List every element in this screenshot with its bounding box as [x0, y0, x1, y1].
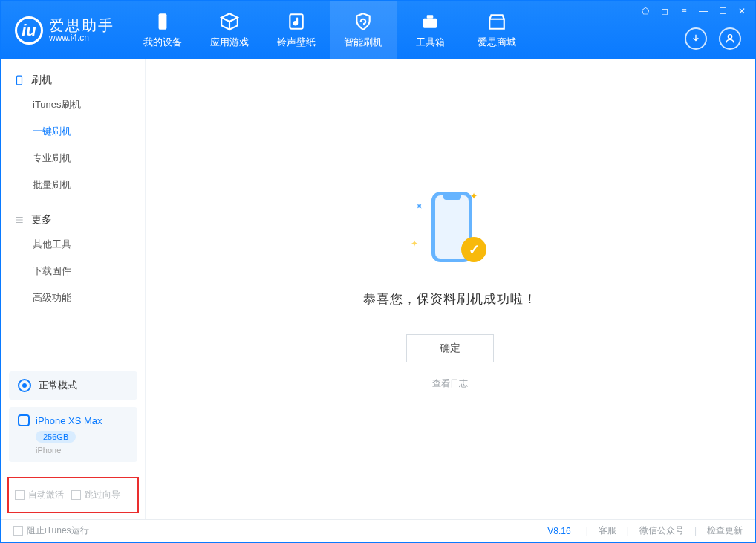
- footer-link-support[interactable]: 客服: [599, 524, 616, 537]
- svg-point-2: [294, 22, 297, 25]
- nav-store[interactable]: 爱思商城: [463, 1, 530, 59]
- body: 刷机 iTunes刷机 一键刷机 专业刷机 批量刷机 更多 其他工具 下载固件 …: [1, 59, 755, 519]
- maximize-button[interactable]: ☐: [717, 6, 728, 16]
- list-icon: [13, 214, 25, 226]
- device-card[interactable]: iPhone XS Max 256GB iPhone: [9, 407, 137, 462]
- sidebar-group-more: 更多 其他工具 下载固件 高级功能: [1, 198, 145, 311]
- nav-my-device[interactable]: 我的设备: [129, 1, 196, 59]
- mode-card[interactable]: 正常模式: [9, 371, 137, 400]
- phone-icon: [153, 12, 172, 31]
- app-window: iu 爱思助手 www.i4.cn 我的设备 应用游戏 铃声壁纸 智能刷机: [0, 0, 756, 543]
- mode-indicator-icon: [18, 379, 31, 392]
- download-icon: [690, 33, 702, 45]
- svg-rect-6: [17, 76, 22, 85]
- nav-ringtones-wallpapers[interactable]: 铃声壁纸: [263, 1, 330, 59]
- sparkle-icon: ✦: [413, 201, 426, 213]
- ok-button[interactable]: 确定: [406, 334, 494, 362]
- skin-icon[interactable]: ◻: [659, 6, 670, 16]
- sidebar: 刷机 iTunes刷机 一键刷机 专业刷机 批量刷机 更多 其他工具 下载固件 …: [1, 59, 146, 519]
- cube-icon: [220, 12, 239, 31]
- device-small-icon: [13, 74, 25, 86]
- minimize-button[interactable]: —: [698, 6, 708, 16]
- account-button[interactable]: [719, 27, 741, 50]
- sidebar-group-label: 刷机: [31, 74, 52, 87]
- sidebar-item-pro-flash[interactable]: 专业刷机: [1, 145, 145, 172]
- checkbox-icon: [13, 526, 23, 536]
- window-controls: ⬠ ◻ ≡ — ☐ ✕: [640, 6, 747, 16]
- top-nav: 我的设备 应用游戏 铃声壁纸 智能刷机 工具箱 爱思商城: [129, 1, 530, 59]
- nav-toolbox[interactable]: 工具箱: [397, 1, 463, 59]
- sidebar-group-label: 更多: [31, 213, 52, 227]
- success-illustration: ✦ ✦ ✦ ✓: [409, 188, 491, 270]
- app-subtitle: www.i4.cn: [49, 33, 114, 43]
- footer-link-wechat[interactable]: 微信公众号: [639, 524, 684, 537]
- footer: 阻止iTunes运行 V8.16 | 客服 | 微信公众号 | 检查更新: [1, 519, 755, 542]
- app-title: 爱思助手: [49, 17, 114, 33]
- device-name: iPhone XS Max: [36, 415, 102, 426]
- sidebar-item-other-tools[interactable]: 其他工具: [1, 231, 145, 258]
- sidebar-item-download-firmware[interactable]: 下载固件: [1, 258, 145, 284]
- sparkle-icon: ✦: [411, 238, 418, 249]
- logo-icon: iu: [15, 16, 43, 45]
- mode-label: 正常模式: [39, 379, 77, 392]
- user-icon: [724, 33, 736, 45]
- checkmark-badge-icon: ✓: [461, 237, 486, 262]
- device-type: iPhone: [36, 446, 128, 455]
- shield-refresh-icon: [353, 12, 373, 31]
- store-icon: [487, 12, 506, 31]
- footer-link-update[interactable]: 检查更新: [707, 524, 743, 537]
- version-label: V8.16: [547, 526, 570, 536]
- checkbox-auto-activate[interactable]: 自动激活: [15, 489, 64, 501]
- sidebar-item-batch-flash[interactable]: 批量刷机: [1, 172, 145, 198]
- device-capacity: 256GB: [36, 431, 76, 443]
- device-icon: [18, 414, 30, 426]
- success-message: 恭喜您，保资料刷机成功啦！: [363, 290, 537, 308]
- highlighted-options: 自动激活 跳过向导: [7, 477, 139, 513]
- close-button[interactable]: ✕: [737, 6, 747, 16]
- view-log-link[interactable]: 查看日志: [432, 377, 468, 390]
- checkbox-skip-guide[interactable]: 跳过向导: [71, 489, 120, 501]
- main-content: ✦ ✦ ✦ ✓ 恭喜您，保资料刷机成功啦！ 确定 查看日志: [146, 59, 755, 519]
- header: iu 爱思助手 www.i4.cn 我的设备 应用游戏 铃声壁纸 智能刷机: [1, 1, 755, 59]
- checkbox-icon: [71, 490, 81, 500]
- nav-apps-games[interactable]: 应用游戏: [196, 1, 263, 59]
- download-button[interactable]: [685, 27, 707, 50]
- menu-icon[interactable]: ≡: [679, 6, 689, 16]
- svg-point-5: [728, 35, 731, 39]
- svg-rect-0: [159, 13, 167, 30]
- sidebar-group-flash: 刷机 iTunes刷机 一键刷机 专业刷机 批量刷机: [1, 59, 145, 198]
- svg-rect-4: [427, 15, 434, 18]
- checkbox-block-itunes[interactable]: 阻止iTunes运行: [13, 524, 89, 537]
- toolbox-icon: [420, 12, 440, 31]
- feedback-icon[interactable]: ⬠: [640, 6, 651, 16]
- checkbox-icon: [15, 490, 25, 500]
- sidebar-item-itunes-flash[interactable]: iTunes刷机: [1, 91, 145, 118]
- music-note-icon: [287, 12, 306, 31]
- svg-rect-3: [423, 18, 437, 27]
- nav-smart-flash[interactable]: 智能刷机: [330, 1, 397, 59]
- sidebar-item-oneclick-flash[interactable]: 一键刷机: [1, 118, 145, 145]
- logo[interactable]: iu 爱思助手 www.i4.cn: [1, 16, 129, 45]
- sidebar-item-advanced[interactable]: 高级功能: [1, 284, 145, 311]
